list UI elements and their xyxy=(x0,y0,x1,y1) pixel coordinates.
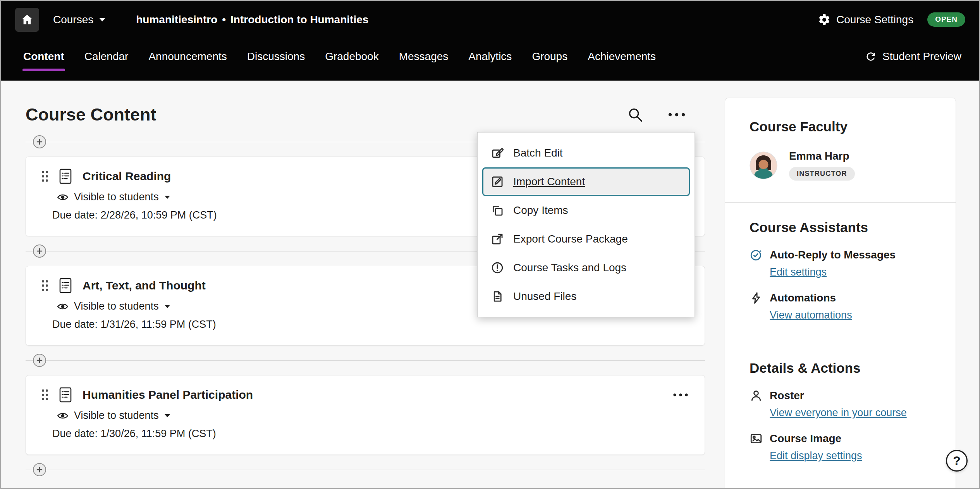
plus-icon xyxy=(36,248,43,254)
divider-line xyxy=(26,470,705,470)
details-item-course-image: Course Image Edit display settings xyxy=(750,432,931,462)
edit-display-settings-link[interactable]: Edit display settings xyxy=(770,450,862,462)
assistant-title: Automations xyxy=(770,292,836,304)
breadcrumb-course-id: humanitiesintro xyxy=(136,14,217,26)
unused-files-icon xyxy=(491,290,504,303)
add-content-button[interactable] xyxy=(33,463,46,476)
add-content-divider xyxy=(26,457,705,482)
course-nav: Content Calendar Announcements Discussio… xyxy=(1,38,979,81)
course-assistants-heading: Course Assistants xyxy=(750,220,931,235)
view-automations-link[interactable]: View automations xyxy=(770,309,852,321)
top-bar: Courses humanitiesintro • Introduction t… xyxy=(1,1,979,38)
visibility-selector[interactable]: Visible to students xyxy=(57,300,170,312)
details-title: Roster xyxy=(770,389,804,402)
drag-handle-icon[interactable] xyxy=(41,279,49,292)
courses-menu-button[interactable]: Courses xyxy=(51,13,108,26)
help-button[interactable]: ? xyxy=(946,450,968,472)
faculty-name: Emma Harp xyxy=(789,150,855,162)
plus-icon xyxy=(36,139,43,145)
eye-icon xyxy=(57,412,69,420)
edit-settings-link[interactable]: Edit settings xyxy=(770,266,827,278)
divider-line xyxy=(26,360,705,361)
assistant-item-auto-reply: Auto-Reply to Messages Edit settings xyxy=(750,248,931,278)
tab-gradebook[interactable]: Gradebook xyxy=(325,48,379,65)
tab-groups[interactable]: Groups xyxy=(532,48,567,65)
content-item-title[interactable]: Humanities Panel Participation xyxy=(83,388,253,401)
tab-content[interactable]: Content xyxy=(23,48,64,65)
topbar-right: Course Settings OPEN xyxy=(815,12,979,27)
plus-icon xyxy=(36,357,43,363)
drag-handle-icon[interactable] xyxy=(41,388,49,401)
content-item-title[interactable]: Art, Text, and Thought xyxy=(83,279,206,292)
view-everyone-link[interactable]: View everyone in your course xyxy=(770,407,907,419)
course-tabs: Content Calendar Announcements Discussio… xyxy=(23,38,656,74)
visibility-selector[interactable]: Visible to students xyxy=(57,191,170,203)
roster-icon xyxy=(750,389,763,402)
chevron-down-icon xyxy=(99,17,106,22)
content-header-actions xyxy=(626,105,687,124)
course-open-badge[interactable]: OPEN xyxy=(927,12,965,27)
faculty-row: Emma Harp INSTRUCTOR xyxy=(750,150,931,181)
details-actions-section: Details & Actions Roster View everyone i… xyxy=(750,343,931,462)
gear-icon xyxy=(818,13,831,26)
menu-item-course-tasks-and-logs[interactable]: Course Tasks and Logs xyxy=(482,253,690,282)
menu-item-export-course-package[interactable]: Export Course Package xyxy=(482,225,690,253)
tab-messages[interactable]: Messages xyxy=(399,48,449,65)
menu-item-label: Copy Items xyxy=(513,204,568,217)
content-options-menu: Batch Edit Import Content Copy Items Exp… xyxy=(477,132,695,317)
menu-item-copy-items[interactable]: Copy Items xyxy=(482,196,690,225)
visibility-selector[interactable]: Visible to students xyxy=(57,410,170,422)
details-item-roster: Roster View everyone in your course xyxy=(750,389,931,419)
course-details-panel: Course Faculty xyxy=(725,98,956,489)
add-content-button[interactable] xyxy=(33,135,46,148)
caret-down-icon xyxy=(164,414,170,418)
visibility-label: Visible to students xyxy=(74,410,159,422)
assistant-item-automations: Automations View automations xyxy=(750,291,931,321)
menu-item-label: Course Tasks and Logs xyxy=(513,262,626,274)
plus-icon xyxy=(36,467,43,473)
add-content-button[interactable] xyxy=(33,244,46,258)
import-content-icon xyxy=(491,175,504,188)
batch-edit-icon xyxy=(491,146,504,160)
ellipsis-icon xyxy=(673,393,688,397)
menu-item-unused-files[interactable]: Unused Files xyxy=(482,282,690,311)
document-icon xyxy=(57,277,74,294)
drag-handle-icon[interactable] xyxy=(41,170,49,183)
search-button[interactable] xyxy=(626,105,645,124)
home-icon xyxy=(21,13,34,26)
visibility-label: Visible to students xyxy=(74,300,159,312)
course-assistants-section: Course Assistants Auto-Reply to Messages… xyxy=(750,203,931,321)
visibility-label: Visible to students xyxy=(74,191,159,203)
breadcrumb: humanitiesintro • Introduction to Humani… xyxy=(136,14,368,26)
course-settings-label: Course Settings xyxy=(836,14,913,26)
page-title: Course Content xyxy=(26,105,156,125)
breadcrumb-course-name: Introduction to Humanities xyxy=(230,14,368,26)
home-button[interactable] xyxy=(15,8,39,32)
tab-achievements[interactable]: Achievements xyxy=(588,48,656,65)
menu-item-import-content[interactable]: Import Content xyxy=(482,167,690,196)
due-date: Due date: 1/31/26, 11:59 PM (CST) xyxy=(52,319,691,331)
add-content-button[interactable] xyxy=(33,354,46,367)
details-title: Course Image xyxy=(770,432,841,445)
avatar[interactable] xyxy=(750,152,777,179)
auto-reply-icon xyxy=(750,248,763,262)
student-preview-button[interactable]: Student Preview xyxy=(862,50,964,63)
course-image-icon xyxy=(750,432,763,445)
due-date: Due date: 1/30/26, 11:59 PM (CST) xyxy=(52,428,691,440)
faculty-role-badge: INSTRUCTOR xyxy=(789,167,855,181)
breadcrumb-separator: • xyxy=(222,14,226,26)
copy-items-icon xyxy=(491,204,504,217)
content-header: Course Content xyxy=(26,102,705,127)
content-overflow-button[interactable] xyxy=(666,111,687,119)
tab-announcements[interactable]: Announcements xyxy=(148,48,227,65)
menu-item-label: Export Course Package xyxy=(513,233,628,245)
item-overflow-button[interactable] xyxy=(671,391,691,399)
tab-discussions[interactable]: Discussions xyxy=(247,48,305,65)
tab-analytics[interactable]: Analytics xyxy=(468,48,512,65)
document-icon xyxy=(57,168,74,185)
tab-calendar[interactable]: Calendar xyxy=(84,48,129,65)
course-settings-button[interactable]: Course Settings xyxy=(815,13,916,27)
content-item-title[interactable]: Critical Reading xyxy=(83,170,171,183)
menu-item-batch-edit[interactable]: Batch Edit xyxy=(482,139,690,167)
student-preview-label: Student Preview xyxy=(882,50,961,63)
